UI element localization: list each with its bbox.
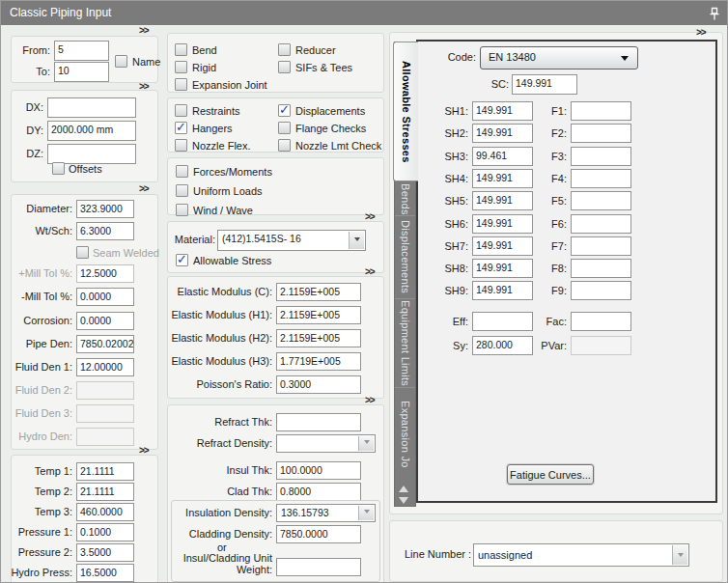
tab-displacements[interactable]: Displacements [395, 215, 415, 298]
refract-thk-field[interactable] [276, 413, 361, 431]
hangers-checkbox[interactable] [175, 122, 187, 134]
pin-icon[interactable] [709, 6, 720, 20]
insul-cladding-unit-weight-field[interactable] [276, 558, 361, 576]
hydro-density-field[interactable] [76, 428, 134, 446]
insulation-density-dropdown-arrow-icon[interactable] [358, 506, 374, 520]
to-field[interactable]: 10 [54, 62, 109, 82]
restraints-checkbox[interactable] [175, 104, 187, 117]
sh7-field[interactable]: 149.991 [472, 236, 533, 256]
minus-mill-tol-field[interactable]: 0.0000 [76, 288, 134, 306]
fatigue-curves-button[interactable]: Fatigue Curves... [507, 464, 594, 485]
insul-thk-field[interactable]: 100.0000 [276, 461, 361, 480]
fluid-density-1-field[interactable]: 12.00000 [76, 358, 134, 376]
rigid-checkbox[interactable] [175, 61, 187, 73]
sh8-field[interactable]: 149.991 [472, 259, 533, 278]
reducer-checkbox[interactable] [278, 43, 291, 56]
elastic-modulus-h3-field[interactable]: 1.7719E+005 [276, 352, 361, 371]
uniform-loads-checkbox[interactable] [176, 184, 188, 197]
tab-expansion-joints[interactable]: Expansion Jo [395, 387, 415, 481]
temps-group-expander[interactable]: >> [139, 446, 149, 456]
code-combobox[interactable]: EN 13480 [480, 46, 638, 69]
wtsch-field[interactable]: 6.3000 [76, 222, 134, 240]
forces-moments-checkbox[interactable] [176, 165, 188, 178]
elastic-modulus-h2-field[interactable]: 2.1159E+005 [276, 329, 361, 347]
cladding-density-field[interactable]: 7850.0000 [276, 525, 361, 543]
material-dropdown-arrow-icon[interactable] [349, 232, 364, 249]
wind-wave-checkbox[interactable] [176, 204, 188, 216]
direction-group-expander[interactable]: >> [139, 82, 149, 92]
refract-density-dropdown-arrow-icon[interactable] [358, 436, 374, 451]
node-group-expander[interactable]: >> [139, 26, 149, 36]
clad-thk-field[interactable]: 0.8000 [276, 483, 361, 501]
hydro-press-field[interactable]: 16.5000 [76, 564, 134, 582]
material-group-expander[interactable]: >> [365, 212, 375, 222]
refract-density-combobox[interactable] [276, 434, 376, 453]
offsets-checkbox[interactable] [52, 162, 65, 175]
temp-2-field[interactable]: 21.1111 [76, 483, 134, 501]
eff-field[interactable] [472, 312, 533, 331]
diameter-field[interactable]: 323.9000 [76, 200, 134, 218]
f6-field[interactable] [571, 214, 631, 234]
f7-field[interactable] [571, 236, 631, 256]
plus-mill-tol-field[interactable]: 12.5000 [76, 264, 134, 283]
elastic-modulus-c-field[interactable]: 2.1159E+005 [276, 283, 361, 301]
sh3-field[interactable]: 99.461 [472, 147, 533, 166]
f3-field[interactable] [571, 147, 631, 166]
f2-field[interactable] [571, 124, 631, 143]
allowable-stress-checkbox[interactable] [176, 254, 188, 266]
fac-field[interactable] [571, 312, 631, 331]
nozzle-lmt-check-checkbox[interactable] [278, 139, 291, 152]
material-combobox[interactable]: (412)1.5415S- 16 [217, 230, 366, 251]
dy-field[interactable]: 2000.000 mm [47, 121, 136, 141]
name-checkbox[interactable] [115, 55, 127, 68]
pipe-density-field[interactable]: 7850.02002 [76, 335, 134, 353]
insulation-group-expander[interactable]: >> [365, 396, 375, 405]
tab-equipment-limits[interactable]: Equipment Limits [395, 298, 415, 387]
sifs-tees-checkbox[interactable] [278, 61, 291, 73]
corrosion-field[interactable]: 0.0000 [76, 312, 134, 330]
line-number-dropdown-arrow-icon[interactable] [672, 545, 687, 565]
fluid-density-3-field[interactable] [76, 404, 134, 423]
f9-field[interactable] [571, 281, 631, 300]
seam-welded-checkbox[interactable] [76, 246, 89, 259]
f8-field[interactable] [571, 259, 631, 278]
sy-field[interactable]: 280.000 [472, 336, 533, 355]
dx-field[interactable] [47, 97, 136, 118]
sh6-label: SH6: [416, 218, 468, 230]
pvar-field[interactable] [571, 336, 631, 355]
bend-checkbox[interactable] [175, 43, 187, 56]
line-number-combobox[interactable]: unassigned [473, 543, 689, 567]
tab-scroll-down-button[interactable] [399, 497, 408, 504]
temp-3-field[interactable]: 460.0000 [76, 503, 134, 521]
pressure-2-field[interactable]: 3.5000 [76, 543, 134, 562]
pressure-1-field[interactable]: 0.1000 [76, 523, 134, 541]
fluid-density-2-field[interactable] [76, 381, 134, 400]
from-field[interactable]: 5 [54, 41, 109, 61]
sh9-field[interactable]: 149.991 [472, 281, 533, 300]
expansion-joint-checkbox[interactable] [175, 78, 187, 91]
sh4-field[interactable]: 149.991 [472, 169, 533, 188]
stresses-panel-expander[interactable]: >> [696, 28, 706, 38]
f4-field[interactable] [571, 169, 631, 188]
f5-field[interactable] [571, 191, 631, 210]
tab-bends[interactable]: Bends [395, 182, 415, 215]
sh1-field[interactable]: 149.991 [472, 101, 533, 121]
flange-checks-checkbox[interactable] [278, 122, 291, 134]
displacements-checkbox[interactable] [278, 104, 291, 117]
dz-field[interactable] [47, 144, 136, 164]
sh5-field[interactable]: 149.991 [472, 191, 533, 210]
tab-scroll-up-button[interactable] [399, 486, 408, 492]
insulation-density-combobox[interactable]: 136.15793 [276, 504, 376, 522]
poissons-ratio-field[interactable]: 0.3000 [276, 375, 361, 394]
sh2-field[interactable]: 149.991 [472, 124, 533, 143]
f1-field[interactable] [571, 101, 631, 121]
sh6-field[interactable]: 149.991 [472, 214, 533, 234]
tab-allowable-stresses[interactable]: Allowable Stresses [393, 42, 418, 181]
temp-1-field[interactable]: 21.1111 [76, 462, 134, 481]
sc-field[interactable]: 149.991 [512, 74, 577, 95]
nozzle-flex-checkbox[interactable] [175, 139, 187, 152]
elastic-group-expander[interactable]: >> [365, 267, 375, 277]
insulation-density-label: Insulation Density: [173, 507, 272, 518]
pipe-group-expander[interactable]: >> [139, 184, 149, 194]
elastic-modulus-h1-field[interactable]: 2.1159E+005 [276, 306, 361, 324]
